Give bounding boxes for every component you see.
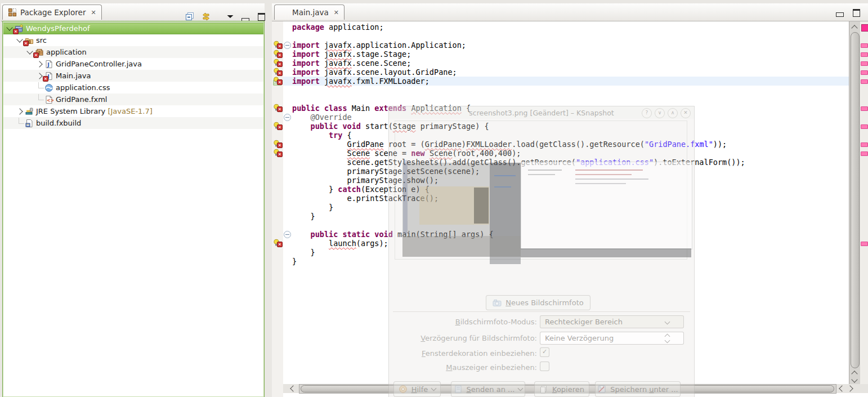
- tree-item-wendyspferdehof[interactable]: ×WendysPferdehof: [3, 23, 263, 34]
- copy-button[interactable]: Kopieren: [534, 381, 589, 397]
- scroll-left-icon[interactable]: [290, 385, 296, 391]
- spin-down-icon[interactable]: [665, 338, 670, 344]
- tree-item-label: application.css: [56, 83, 110, 92]
- tree-item-label: JRE System Library [JavaSE-1.7]: [36, 107, 153, 115]
- cursor-checkbox[interactable]: [540, 362, 549, 371]
- error-marker[interactable]: [861, 151, 868, 156]
- editor-vertical-scrollbar[interactable]: [849, 21, 861, 384]
- scroll-up-icon[interactable]: [851, 25, 857, 31]
- scroll-right-icon[interactable]: [847, 385, 853, 391]
- unshade-window-button[interactable]: ∧: [668, 108, 678, 118]
- quickfix-error-icon[interactable]: ×: [273, 149, 282, 158]
- expand-arrow-icon[interactable]: [16, 108, 23, 114]
- maximize-editor-button[interactable]: [853, 8, 860, 19]
- tree-item-jre-system-library[interactable]: JRE System Library [JavaSE-1.7]: [3, 105, 263, 117]
- delay-value: Keine Verzögerung: [545, 334, 614, 342]
- fold-collapse-icon[interactable]: [284, 42, 291, 49]
- tree-item-src[interactable]: ×src: [3, 34, 263, 46]
- tree-item-gridpanecontroller-java[interactable]: JGridPaneController.java: [3, 58, 263, 70]
- quickfix-error-icon[interactable]: ×: [273, 140, 282, 149]
- error-marker[interactable]: [861, 61, 868, 66]
- decoration-checkbox[interactable]: ✓: [540, 347, 549, 357]
- fold-collapse-icon[interactable]: [284, 231, 291, 238]
- tab-main-java[interactable]: Main.java ✕: [274, 5, 344, 20]
- tree-guide-line: [38, 82, 44, 88]
- preview-text-line2: [528, 174, 555, 175]
- close-view-icon[interactable]: ✕: [91, 10, 96, 16]
- error-badge: ×: [277, 52, 283, 58]
- error-badge: ×: [43, 76, 48, 82]
- quickfix-error-icon[interactable]: ×: [273, 239, 282, 248]
- quickfix-error-icon[interactable]: ×: [273, 68, 282, 77]
- code-line: import javafx.fxml.FXMLLoader;: [283, 77, 849, 86]
- package-icon: ×: [35, 48, 44, 57]
- error-marker[interactable]: [861, 142, 868, 147]
- quickfix-error-grid-icon[interactable]: ×: [273, 77, 282, 86]
- preview-link-line2: [494, 186, 511, 188]
- tree-item-application[interactable]: ×application: [3, 46, 263, 58]
- new-screenshot-button[interactable]: Neues Bildschirmfoto: [486, 295, 590, 310]
- package-explorer-header: Package Explorer ✕: [1, 3, 265, 21]
- overall-error-indicator[interactable]: [861, 24, 868, 32]
- preview-code-line3: [575, 179, 648, 180]
- collapse-arrow-icon[interactable]: [16, 36, 23, 42]
- quickfix-error-icon[interactable]: ×: [273, 122, 282, 131]
- fold-collapse-icon[interactable]: [284, 114, 291, 121]
- preview-link-line: [494, 175, 516, 176]
- tab-package-explorer[interactable]: Package Explorer ✕: [2, 5, 102, 20]
- error-marker[interactable]: [861, 52, 868, 57]
- help-button[interactable]: Hilfe: [393, 381, 441, 397]
- link-with-editor-button[interactable]: [201, 12, 211, 21]
- tree-item-gridpane-fxml[interactable]: <>GridPane.fxml: [3, 93, 263, 105]
- expand-arrow-icon[interactable]: [36, 61, 42, 67]
- collapse-arrow-icon[interactable]: [26, 48, 33, 54]
- send-to-button[interactable]: Senden an ...: [451, 381, 525, 397]
- error-marker[interactable]: [861, 106, 868, 111]
- error-marker[interactable]: [861, 124, 868, 129]
- error-badge: ×: [277, 106, 283, 112]
- collapse-arrow-icon[interactable]: [6, 24, 12, 30]
- quickfix-error-icon[interactable]: ×: [273, 41, 282, 50]
- save-as-button[interactable]: Speichern unter ...: [595, 381, 681, 397]
- expand-arrow-icon[interactable]: [36, 73, 42, 79]
- java-file-icon: J: [44, 60, 53, 69]
- tree-item-label: build.fxbuild: [36, 119, 81, 127]
- collapse-all-button[interactable]: [185, 12, 195, 21]
- tree-item-main-java[interactable]: J×Main.java: [3, 70, 263, 82]
- svg-text:J: J: [47, 61, 50, 68]
- tree-item-application-css[interactable]: application.css: [3, 82, 263, 93]
- preview-game-panel: [474, 188, 489, 224]
- quickfix-error-icon[interactable]: ×: [273, 104, 282, 113]
- mode-combobox[interactable]: Rechteckiger Bereich: [540, 315, 684, 328]
- minimize-editor-button[interactable]: [836, 8, 844, 19]
- editor-header: Main.java ✕: [272, 3, 868, 21]
- scroll-left2-icon[interactable]: [839, 385, 845, 391]
- delay-spinbox[interactable]: Keine Verzögerung: [540, 332, 684, 345]
- quickfix-error-icon[interactable]: ×: [273, 50, 282, 59]
- src-folder-icon: ×: [25, 36, 34, 45]
- error-marker[interactable]: [861, 43, 868, 48]
- vertical-scroll-thumb[interactable]: [851, 32, 860, 368]
- error-badge: ×: [277, 61, 283, 67]
- quickfix-error-icon[interactable]: ×: [273, 59, 282, 68]
- tree-item-label: GridPane.fxml: [56, 95, 107, 104]
- package-explorer-tab-label: Package Explorer: [20, 8, 86, 17]
- tree-item-label: src: [36, 36, 47, 44]
- error-marker[interactable]: [861, 70, 868, 75]
- error-marker[interactable]: [861, 242, 868, 246]
- scroll-down-icon[interactable]: [851, 376, 857, 382]
- shade-window-button[interactable]: ∨: [655, 108, 665, 118]
- help-window-button[interactable]: ?: [642, 108, 652, 118]
- project-icon: ×: [15, 24, 24, 33]
- close-editor-icon[interactable]: ✕: [334, 10, 339, 16]
- error-marker[interactable]: [861, 79, 868, 84]
- view-menu-button[interactable]: [225, 12, 235, 21]
- preview-code-line1: [575, 169, 643, 171]
- close-window-button[interactable]: ✕: [681, 108, 691, 118]
- svg-text:<>: <>: [47, 97, 53, 102]
- dialog-separator: [393, 311, 690, 312]
- cursor-label: Mauszeiger einbeziehen:: [420, 363, 537, 372]
- error-badge: ×: [277, 242, 283, 247]
- tree-item-build-fxbuild[interactable]: build.fxbuild: [3, 117, 263, 129]
- mode-value: Rechteckiger Bereich: [545, 318, 623, 326]
